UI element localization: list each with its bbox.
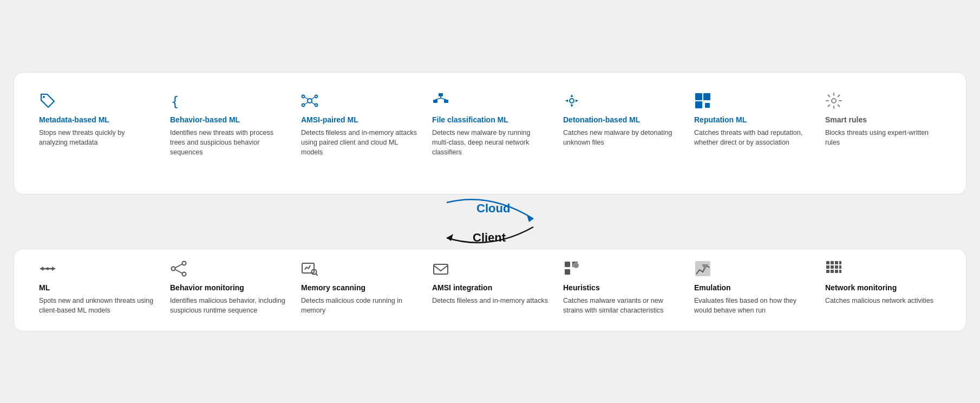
svg-rect-23 xyxy=(703,93,710,100)
cloud-panel: Metadata-based ML Stops new threats quic… xyxy=(14,72,966,195)
cloud-amsi-ml-desc: Detects fileless and in-memory attacks u… xyxy=(301,128,417,157)
svg-rect-13 xyxy=(444,100,448,103)
client-heuristics-title: Heuristics xyxy=(563,283,679,292)
svg-line-10 xyxy=(311,102,315,105)
svg-rect-60 xyxy=(826,265,829,269)
svg-line-16 xyxy=(441,98,446,100)
grid-blocks-icon xyxy=(825,260,941,280)
svg-line-15 xyxy=(435,98,441,100)
svg-rect-59 xyxy=(839,261,841,264)
cloud-metadata-ml-desc: Stops new threats quickly by analyzing m… xyxy=(39,128,155,147)
svg-text:Cloud: Cloud xyxy=(476,202,510,215)
client-item-memory-scanning: Memory scanning Detects malicious code r… xyxy=(293,256,424,320)
client-item-emulation: Emulation Evaluates files based on how t… xyxy=(687,256,818,320)
svg-marker-18 xyxy=(571,94,573,97)
cloud-item-reputation-ml: Reputation ML Catches threats with bad r… xyxy=(687,88,818,162)
svg-point-39 xyxy=(182,272,186,276)
svg-point-3 xyxy=(302,95,305,98)
svg-line-7 xyxy=(305,97,309,100)
cloud-amsi-ml-title: AMSI-paired ML xyxy=(301,115,417,125)
envelope-icon xyxy=(432,260,548,280)
svg-marker-19 xyxy=(571,105,573,107)
svg-line-9 xyxy=(305,102,309,105)
hierarchy-icon xyxy=(432,92,548,112)
client-network-monitoring-title: Network monitoring xyxy=(825,283,941,292)
client-behavior-monitoring-title: Behavior monitoring xyxy=(170,283,286,292)
client-emulation-title: Emulation xyxy=(694,283,810,292)
client-items-row: ML Spots new and unknown threats using c… xyxy=(31,256,949,320)
client-heuristics-desc: Catches malware variants or new strains … xyxy=(563,296,679,315)
cloud-items-row: Metadata-based ML Stops new threats quic… xyxy=(31,88,949,162)
svg-marker-33 xyxy=(52,266,55,271)
tag-icon xyxy=(39,92,155,112)
cloud-item-amsi-ml: AMSI-paired ML Detects fileless and in-m… xyxy=(293,88,424,162)
svg-rect-57 xyxy=(831,261,834,264)
client-behavior-monitoring-desc: Identifies malicious behavior, including… xyxy=(170,296,286,315)
svg-point-36 xyxy=(50,268,52,270)
svg-line-8 xyxy=(311,97,315,100)
client-ml-title: ML xyxy=(39,283,155,292)
client-amsi-integration-title: AMSI integration xyxy=(432,283,548,292)
svg-point-53 xyxy=(573,263,579,268)
svg-rect-50 xyxy=(565,269,570,275)
client-network-monitoring-desc: Catches malicious network activities xyxy=(825,296,941,306)
cloud-reputation-ml-title: Reputation ML xyxy=(694,115,810,125)
svg-rect-54 xyxy=(695,261,710,276)
svg-rect-24 xyxy=(695,101,702,108)
svg-text:{ }: { } xyxy=(171,94,187,109)
svg-rect-63 xyxy=(839,265,841,269)
client-panel: ML Spots new and unknown threats using c… xyxy=(14,249,966,331)
svg-line-45 xyxy=(309,265,310,269)
cloud-behavior-ml-title: Behavior-based ML xyxy=(170,115,286,125)
cloud-item-detonation-ml: Detonation-based ML Catches new malware … xyxy=(556,88,687,162)
svg-line-40 xyxy=(175,264,182,268)
svg-point-6 xyxy=(315,103,318,106)
client-emulation-desc: Evaluates files based on how they would … xyxy=(694,296,810,315)
cloud-file-ml-title: File classification ML xyxy=(432,115,548,125)
client-item-amsi-integration: AMSI integration Detects fileless and in… xyxy=(424,256,556,320)
svg-rect-61 xyxy=(831,265,834,269)
svg-rect-64 xyxy=(826,270,829,273)
svg-point-35 xyxy=(44,268,45,270)
cloud-behavior-ml-desc: Identifies new threats with process tree… xyxy=(170,128,286,157)
cloud-file-ml-desc: Detects new malware by running multi-cla… xyxy=(432,128,548,157)
svg-rect-65 xyxy=(831,270,834,273)
svg-point-38 xyxy=(172,267,175,271)
arrows-lr-icon xyxy=(39,260,155,280)
client-ml-desc: Spots new and unknown threats using clie… xyxy=(39,296,155,315)
client-item-behavior-monitoring: Behavior monitoring Identifies malicious… xyxy=(162,256,293,320)
chart-search-icon xyxy=(301,260,417,280)
cloud-detonation-ml-desc: Catches new malware by detonating unknow… xyxy=(563,128,679,147)
client-item-ml: ML Spots new and unknown threats using c… xyxy=(31,256,162,320)
svg-point-4 xyxy=(315,95,318,98)
svg-point-34 xyxy=(47,268,49,270)
mountain-chart-icon xyxy=(694,260,810,280)
svg-point-17 xyxy=(570,99,574,103)
client-item-network-monitoring: Network monitoring Catches malicious net… xyxy=(818,256,949,320)
cloud-reputation-ml-desc: Catches threats with bad reputation, whe… xyxy=(694,128,810,147)
client-amsi-integration-desc: Detects fileless and in-memory attacks xyxy=(432,296,548,306)
network-icon xyxy=(301,92,417,112)
gear-icon xyxy=(825,92,941,112)
dots-grid-icon xyxy=(563,260,679,280)
cloud-smart-rules-title: Smart rules xyxy=(825,115,941,125)
svg-rect-58 xyxy=(835,261,838,264)
svg-rect-49 xyxy=(565,262,570,267)
cloud-item-behavior-ml: { } Behavior-based ML Identifies new thr… xyxy=(162,88,293,162)
middle-transition: Cloud Client xyxy=(14,194,966,249)
svg-marker-20 xyxy=(565,99,568,102)
braces-icon: { } xyxy=(170,92,286,112)
svg-rect-12 xyxy=(433,100,437,103)
diagram-wrapper: Metadata-based ML Stops new threats quic… xyxy=(14,72,966,332)
cloud-item-smart-rules: Smart rules Blocks threats using expert-… xyxy=(818,88,949,162)
svg-point-26 xyxy=(832,99,836,103)
client-memory-scanning-desc: Detects malicious code running in memory xyxy=(301,296,417,315)
svg-line-47 xyxy=(316,274,317,275)
svg-line-41 xyxy=(175,270,182,274)
client-memory-scanning-title: Memory scanning xyxy=(301,283,417,292)
cloud-detonation-ml-title: Detonation-based ML xyxy=(563,115,679,125)
move-icon xyxy=(563,92,679,112)
client-item-heuristics: Heuristics Catches malware variants or n… xyxy=(556,256,687,320)
svg-rect-62 xyxy=(835,265,838,269)
svg-point-0 xyxy=(43,96,45,98)
